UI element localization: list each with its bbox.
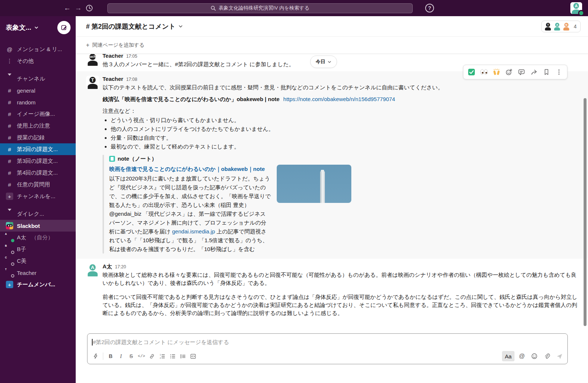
forward-arrow-icon: → (75, 4, 82, 12)
online-status-dot (579, 11, 583, 15)
member-avatar: T (544, 22, 552, 31)
message-input[interactable]: #第2回の課題文献とコメント にメッセージを送信する (87, 334, 567, 349)
sidebar-dm-teacher[interactable]: T Teacher (0, 267, 76, 279)
save-for-later-button[interactable] (541, 67, 552, 77)
dm-section-header[interactable]: ダイレク... (0, 208, 76, 220)
hash-icon: # (6, 182, 13, 188)
message-timestamp[interactable]: 17:08 (126, 75, 137, 83)
help-button[interactable]: ? (425, 4, 434, 12)
tower-graphic (320, 171, 325, 203)
message-author[interactable]: A太 (103, 262, 112, 271)
workspace-chevron-down-icon[interactable] (34, 25, 39, 30)
message-author[interactable]: Teacher (103, 75, 123, 83)
back-arrow-icon: ← (64, 4, 71, 12)
message-author[interactable]: Teacher (103, 54, 123, 60)
send-icon (556, 353, 563, 360)
dm-name: A太 (17, 234, 26, 241)
blockquote-icon (180, 353, 186, 359)
history-menu-button[interactable] (84, 3, 95, 14)
code-button[interactable]: </> (136, 351, 147, 361)
sidebar-channel-session3[interactable]: #第3回の課題文... (0, 155, 76, 167)
sidebar-channel-random[interactable]: #random (0, 96, 76, 108)
workspace-name[interactable]: 表象文... (6, 23, 31, 32)
code-block-button[interactable] (188, 351, 198, 361)
unfurl-title-link[interactable]: 映画を倍速で見ることのなにがわるいのか｜obakeweb｜note (109, 165, 271, 173)
history-forward-button[interactable]: → (73, 3, 84, 14)
user-avatar[interactable]: A (570, 2, 582, 14)
sidebar-channel-general[interactable]: #general (0, 85, 76, 96)
bold-button[interactable]: B (105, 351, 116, 361)
dm-name: Teacher (17, 270, 36, 276)
svg-text:2: 2 (159, 357, 161, 359)
main-pane: # 第2回の課題文献とコメント T A B 4 + 関連ページを追加する Tea… (76, 16, 588, 383)
italic-button[interactable]: I (116, 351, 126, 361)
new-message-button[interactable] (57, 21, 71, 34)
teacher-avatar[interactable]: T (86, 76, 99, 89)
atai-message: A A太 17:20 映画体験として総称される様々な要素には、回復可能であるもの… (76, 259, 588, 320)
slack-app-window: ← → 表象文化論特殊研究演習IV 内を検索する ? A 表象文... @ (0, 0, 588, 383)
compose-pencil-icon (61, 24, 67, 31)
bulleted-list-button[interactable] (167, 351, 178, 361)
code-block-icon (190, 353, 196, 359)
vertical-scrollbar[interactable] (584, 98, 587, 326)
sidebar-dm-c[interactable]: C C美 (0, 255, 76, 267)
search-bar[interactable]: 表象文化論特殊研究演習IV 内を検索する (107, 3, 413, 13)
ordered-list-button[interactable]: 12 (157, 351, 167, 361)
blockquote-button[interactable] (178, 351, 188, 361)
invite-teammates-button[interactable]: + チームメンバ... (0, 279, 76, 290)
atai-avatar[interactable]: A (86, 263, 99, 276)
reply-in-thread-icon (518, 68, 525, 76)
save-for-later-icon (543, 68, 550, 76)
share-message-icon (530, 68, 538, 76)
channel-title[interactable]: # 第2回の課題文献とコメント (86, 22, 176, 31)
attach-button[interactable] (542, 351, 552, 361)
history-back-button[interactable]: ← (62, 3, 73, 14)
strikethrough-button[interactable]: S (126, 351, 136, 361)
link-button[interactable] (147, 351, 157, 361)
format-toggle-button[interactable]: Aa (502, 351, 514, 361)
teacher-avatar[interactable]: Teacher (86, 54, 99, 66)
react-raised-hands-button[interactable] (491, 67, 502, 77)
channel-members-button[interactable]: T A B 4 (541, 21, 581, 32)
sidebar-dm-b[interactable]: B B子 (0, 243, 76, 255)
channel-chevron-down-icon[interactable] (178, 24, 183, 29)
gendai-link[interactable]: gendai.ismedia.jp (172, 228, 215, 235)
share-message-button[interactable] (528, 67, 539, 77)
sidebar-channel-session4[interactable]: #第4回の課題文... (0, 167, 76, 179)
react-check-button[interactable] (466, 67, 477, 77)
sidebar-channel-usage-notes[interactable]: #使用上の注意 (0, 120, 76, 132)
message-timestamp[interactable]: 17:05 (126, 54, 137, 60)
article-url-link[interactable]: https://note.com/obakeweb/n/n156d9577907… (283, 96, 395, 102)
add-channel-button[interactable]: + チャンネルを... (0, 190, 76, 202)
add-reaction-button[interactable] (503, 67, 514, 77)
caret-down-icon (6, 76, 13, 82)
react-eyes-button[interactable] (478, 67, 490, 77)
add-related-pages-button[interactable]: 関連ページを追加する (92, 42, 144, 49)
svg-text:1: 1 (159, 354, 161, 356)
sidebar-dm-a-self[interactable]: A A太（自分） (0, 232, 76, 243)
note-service-icon (109, 156, 115, 162)
sidebar-dm-slackbot[interactable]: Slackbot (0, 220, 76, 232)
teacher-message: T Teacher 17:08 以下のテキストを読んで、次回授業日の前日までに感… (76, 71, 588, 259)
sidebar-item-mentions[interactable]: @ メンション & リ... (0, 43, 76, 55)
shortcuts-lightning-icon (93, 353, 98, 359)
more-actions-button[interactable] (553, 67, 564, 77)
sidebar-channel-image[interactable]: #イメージ画像... (0, 108, 76, 120)
hash-icon: # (6, 123, 13, 129)
emoji-button[interactable] (529, 351, 539, 361)
bullet-item: 分量・回数は自由です。 (103, 133, 578, 142)
sidebar-item-more[interactable]: ⋮ その他 (0, 55, 76, 67)
unfurl-thumbnail-image[interactable] (277, 165, 351, 203)
reply-in-thread-button[interactable] (516, 67, 527, 77)
sidebar-channel-class-records[interactable]: #授業の記録 (0, 132, 76, 143)
hash-icon: # (6, 99, 13, 105)
sidebar-channel-session2-selected[interactable]: #第2回の課題文... (0, 143, 76, 155)
shortcuts-button[interactable] (90, 351, 101, 361)
message-timestamp[interactable]: 17:20 (115, 263, 126, 271)
send-button[interactable] (554, 351, 564, 361)
eyes-emoji (480, 68, 488, 76)
channels-section-header[interactable]: チャンネル (0, 73, 76, 85)
date-divider-pill[interactable]: 今日 (310, 56, 337, 68)
mention-button[interactable]: @ (517, 351, 527, 361)
sidebar-channel-questions[interactable]: #任意の質問用 (0, 179, 76, 190)
